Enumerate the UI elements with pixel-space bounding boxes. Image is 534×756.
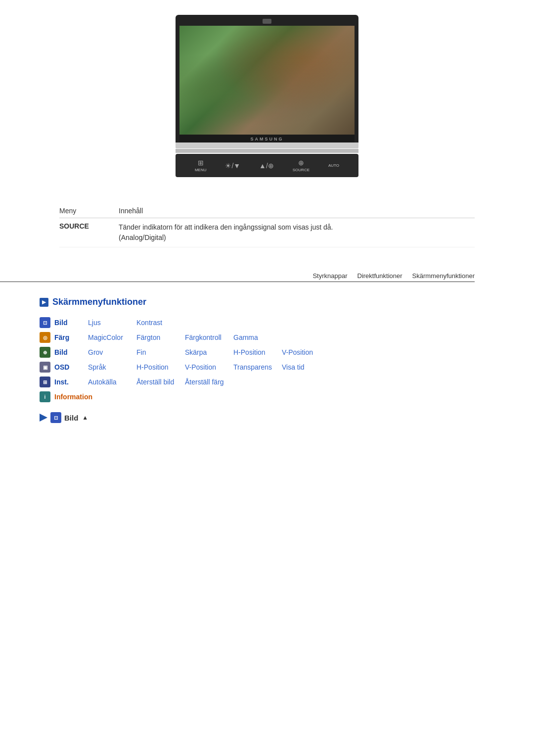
osd-icon: ▣ bbox=[40, 362, 50, 373]
ctrl-brightness[interactable]: ☀/▼ bbox=[225, 162, 240, 170]
farg-label: Färg bbox=[54, 333, 84, 341]
tab-skarmmenyfunktioner[interactable]: Skärmmenyfunktioner bbox=[412, 272, 475, 280]
inst-aterstallbild[interactable]: Återställ bild bbox=[136, 378, 181, 386]
menu-row-info: i Information bbox=[40, 391, 494, 402]
farg-fargkontroll[interactable]: Färgkontroll bbox=[185, 333, 229, 341]
bild2-skarpa[interactable]: Skärpa bbox=[185, 348, 229, 356]
bild1-label: Bild bbox=[54, 319, 84, 327]
inst-autokalla[interactable]: Autokälla bbox=[88, 378, 133, 386]
control-panel: ⊞ MENU ☀/▼ ▲/⊕ ⊕ SOURCE AUTO bbox=[176, 154, 358, 177]
monitor-top-bar bbox=[179, 19, 355, 24]
menu-row-osd: ▣ OSD Språk H-Position V-Position Transp… bbox=[40, 362, 494, 373]
power-indicator bbox=[263, 19, 271, 24]
monitor-screen bbox=[179, 26, 355, 135]
adjust-icon: ▲/⊕ bbox=[259, 162, 274, 170]
bild2-grov[interactable]: Grov bbox=[88, 348, 133, 356]
menu-row-bild2: ⊕ Bild Grov Fin Skärpa H-Position V-Posi… bbox=[40, 347, 494, 358]
col-innehall: Innehåll bbox=[119, 207, 475, 215]
menu-grid: ⊡ Bild Ljus Kontrast ◎ Färg MagicColor F… bbox=[40, 317, 494, 402]
bild2-fin[interactable]: Fin bbox=[136, 348, 181, 356]
monitor-stand bbox=[176, 149, 358, 153]
menu-row-inst: ⊞ Inst. Autokälla Återställ bild Återstä… bbox=[40, 377, 494, 387]
ctrl-source[interactable]: ⊕ SOURCE bbox=[293, 159, 310, 172]
skarm-title: Skärmmenyfunktioner bbox=[52, 297, 146, 307]
osd-hposition[interactable]: H-Position bbox=[136, 363, 181, 371]
bild2-hposition[interactable]: H-Position bbox=[233, 348, 278, 356]
col-meny: Meny bbox=[59, 207, 119, 215]
menu-icon: ⊞ bbox=[198, 159, 204, 167]
menu-row-farg: ◎ Färg MagicColor Färgton Färgkontroll G… bbox=[40, 332, 494, 343]
monitor-section: SAMSUNG ⊞ MENU ☀/▼ ▲/⊕ ⊕ SOURCE AUTO bbox=[0, 0, 534, 177]
ctrl-source-label: SOURCE bbox=[293, 168, 310, 172]
breadcrumb-arrow-icon bbox=[40, 414, 47, 422]
ctrl-auto[interactable]: AUTO bbox=[328, 163, 339, 168]
bild1-icon: ⊡ bbox=[40, 317, 50, 328]
breadcrumb: ⊡ Bild ▲ bbox=[40, 412, 534, 423]
info-label[interactable]: Information bbox=[54, 393, 92, 401]
inst-label: Inst. bbox=[54, 378, 84, 386]
brightness-icon: ☀/▼ bbox=[225, 162, 240, 170]
monitor-outer: SAMSUNG bbox=[176, 15, 358, 142]
farg-fargton[interactable]: Färgton bbox=[136, 333, 181, 341]
skarm-section-icon: ▶ bbox=[40, 298, 48, 307]
monitor-brand: SAMSUNG bbox=[179, 135, 355, 142]
osd-transparens[interactable]: Transparens bbox=[233, 363, 278, 371]
monitor-base-top bbox=[176, 142, 358, 148]
inst-icon: ⊞ bbox=[40, 377, 50, 387]
inst-aterstallFarg[interactable]: Återställ färg bbox=[185, 378, 229, 386]
skarm-header: ▶ Skärmmenyfunktioner bbox=[40, 297, 494, 307]
table-header: Meny Innehåll bbox=[59, 207, 475, 218]
farg-gamma[interactable]: Gamma bbox=[233, 333, 278, 341]
bild2-vposition[interactable]: V-Position bbox=[282, 348, 326, 356]
ctrl-menu-label: MENU bbox=[195, 168, 207, 172]
bild2-icon: ⊕ bbox=[40, 347, 50, 358]
ctrl-adjust[interactable]: ▲/⊕ bbox=[259, 162, 274, 170]
farg-icon: ◎ bbox=[40, 332, 50, 343]
table-row: SOURCE Tänder indikatorn för att indiker… bbox=[59, 218, 475, 247]
tab-styrknappar[interactable]: Styrknappar bbox=[312, 272, 347, 280]
ctrl-auto-label: AUTO bbox=[328, 163, 339, 168]
farg-magiccolor[interactable]: MagicColor bbox=[88, 333, 133, 341]
osd-vposition[interactable]: V-Position bbox=[185, 363, 229, 371]
row-key-source: SOURCE bbox=[59, 222, 119, 243]
ctrl-menu[interactable]: ⊞ MENU bbox=[195, 159, 207, 172]
nav-tabs: Styrknappar Direktfunktioner Skärmmenyfu… bbox=[0, 272, 475, 282]
osd-label: OSD bbox=[54, 363, 84, 371]
skarm-section: ▶ Skärmmenyfunktioner ⊡ Bild Ljus Kontra… bbox=[40, 297, 494, 402]
osd-visatid[interactable]: Visa tid bbox=[282, 363, 326, 371]
source-icon: ⊕ bbox=[298, 159, 304, 167]
bild1-ljus[interactable]: Ljus bbox=[88, 319, 133, 327]
osd-sprak[interactable]: Språk bbox=[88, 363, 133, 371]
bild1-kontrast[interactable]: Kontrast bbox=[136, 319, 181, 327]
breadcrumb-bild-icon: ⊡ bbox=[50, 412, 61, 423]
table-section: Meny Innehåll SOURCE Tänder indikatorn f… bbox=[59, 207, 475, 247]
breadcrumb-bild-label: Bild bbox=[64, 414, 78, 422]
tab-direktfunktioner[interactable]: Direktfunktioner bbox=[357, 272, 402, 280]
breadcrumb-up-arrow[interactable]: ▲ bbox=[82, 414, 88, 421]
menu-row-bild1: ⊡ Bild Ljus Kontrast bbox=[40, 317, 494, 328]
row-value-source: Tänder indikatorn för att indikera den i… bbox=[119, 222, 475, 243]
info-icon: i bbox=[40, 391, 50, 402]
bild2-label: Bild bbox=[54, 348, 84, 356]
